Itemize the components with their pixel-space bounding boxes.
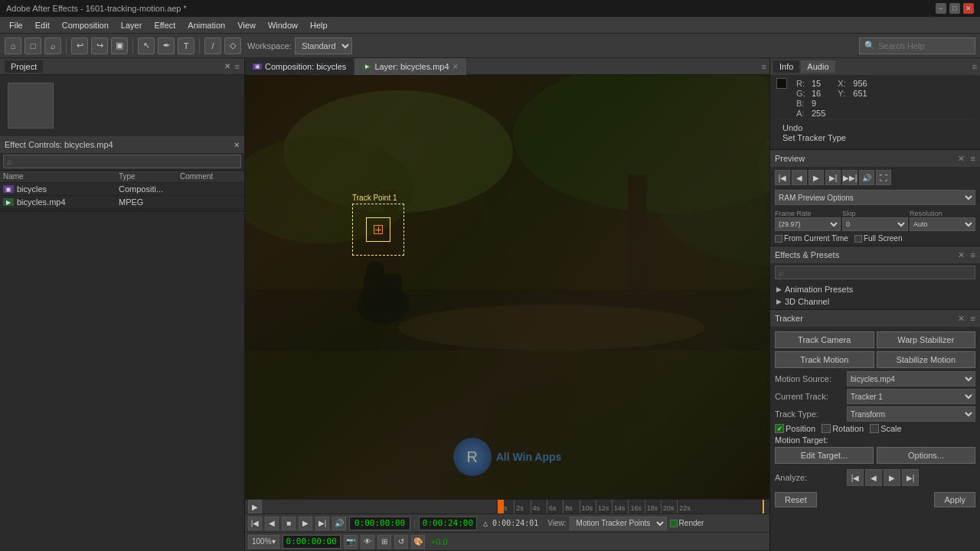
position-cb[interactable]: ✓: [775, 424, 784, 433]
menu-item-animation[interactable]: Animation: [181, 19, 231, 31]
project-panel-close[interactable]: ✕: [224, 62, 230, 70]
effects-item-animation-presets[interactable]: ▶ Animation Presets: [770, 283, 980, 295]
preview-audio-btn[interactable]: 🔊: [859, 170, 874, 185]
select-btn[interactable]: ↖: [138, 37, 155, 54]
scale-check[interactable]: Scale: [870, 424, 902, 433]
rotation-cb[interactable]: [822, 424, 831, 433]
bottom-time-display[interactable]: 0:00:00:00: [283, 535, 341, 549]
analyze-play-btn[interactable]: ▶: [884, 469, 900, 486]
tracker-menu[interactable]: ≡: [971, 314, 975, 323]
render-checkbox[interactable]: Render: [670, 519, 704, 527]
play-prev-btn[interactable]: ◀: [265, 517, 279, 530]
tracker-close[interactable]: ✕: [958, 314, 965, 324]
text-btn[interactable]: T: [178, 37, 194, 54]
effects-item-3d-channel[interactable]: ▶ 3D Channel: [770, 295, 980, 308]
camera-btn[interactable]: 📷: [344, 535, 358, 549]
new-btn[interactable]: □: [24, 37, 41, 54]
project-panel-menu[interactable]: ≡: [235, 62, 240, 71]
track-motion-btn[interactable]: Track Motion: [775, 351, 874, 368]
menu-item-window[interactable]: Window: [262, 19, 304, 31]
menu-item-layer[interactable]: Layer: [115, 19, 149, 31]
redo-btn[interactable]: ↪: [91, 37, 108, 54]
audio-btn[interactable]: 🔊: [332, 517, 346, 530]
preview-first-btn[interactable]: |◀: [775, 170, 790, 185]
undo-btn[interactable]: ↩: [71, 37, 88, 54]
preview-last-btn[interactable]: ▶▶|: [842, 170, 858, 185]
analyze-next-btn[interactable]: ▶|: [902, 469, 919, 486]
frame-rate-select[interactable]: (29.97): [775, 217, 841, 231]
comp-tab-bicycles[interactable]: ▣ Composition: bicycles: [245, 58, 354, 75]
layer-tab-close[interactable]: ✕: [452, 63, 459, 70]
file-item-surfing[interactable]: ▣ surfing Compositi...: [0, 209, 244, 210]
brush-btn[interactable]: /: [204, 37, 221, 54]
pen-btn[interactable]: ✒: [158, 37, 175, 54]
view-select[interactable]: Motion Tracker Points: [570, 517, 667, 530]
apply-btn[interactable]: Apply: [934, 492, 975, 507]
menu-item-view[interactable]: View: [231, 19, 262, 31]
menu-item-help[interactable]: Help: [304, 19, 334, 31]
motion-source-select[interactable]: bicycles.mp4: [847, 371, 975, 386]
reset-btn[interactable]: Reset: [775, 492, 817, 507]
scale-cb[interactable]: [870, 424, 879, 433]
effects-menu[interactable]: ≡: [971, 250, 975, 259]
maximize-button[interactable]: □: [949, 3, 960, 14]
stabilize-motion-btn[interactable]: Stabilize Motion: [877, 351, 976, 368]
render-cb[interactable]: [670, 520, 678, 527]
menu-item-edit[interactable]: Edit: [29, 19, 56, 31]
play-last-btn[interactable]: ▶|: [315, 517, 329, 530]
workspace-select[interactable]: Standard: [295, 37, 352, 54]
project-search-input[interactable]: [3, 155, 241, 168]
preview-fullscreen-btn[interactable]: ⛶: [876, 170, 891, 185]
warp-stabilizer-btn[interactable]: Warp Stabilizer: [877, 331, 976, 348]
file-item-bicycles[interactable]: ▣ bicycles Compositi...: [0, 183, 244, 196]
ruler-play-btn[interactable]: ▶: [248, 500, 262, 514]
effect-controls-close[interactable]: ✕: [234, 141, 240, 149]
analyze-first-btn[interactable]: |◀: [847, 469, 864, 486]
color-btn[interactable]: 🎨: [411, 535, 425, 549]
resolution-select[interactable]: Auto: [910, 217, 975, 231]
track-camera-btn[interactable]: Track Camera: [775, 331, 874, 348]
edit-target-btn[interactable]: Edit Target...: [775, 447, 874, 464]
viewer-zoom-btn[interactable]: 100% ▾: [248, 535, 279, 549]
shape-btn[interactable]: ◇: [224, 37, 241, 54]
render-btn[interactable]: ▣: [111, 37, 128, 54]
skip-select[interactable]: 0: [842, 217, 908, 231]
effects-close[interactable]: ✕: [958, 250, 965, 260]
grid-btn[interactable]: ⊞: [377, 535, 391, 549]
reset-btn[interactable]: ↺: [394, 535, 408, 549]
from-current-check[interactable]: From Current Time: [775, 234, 848, 243]
preview-prev-btn[interactable]: ◀: [792, 170, 807, 185]
preview-close[interactable]: ✕: [958, 154, 965, 164]
search-btn[interactable]: ⌕: [44, 37, 61, 54]
comp-tabs-menu[interactable]: ≡: [762, 62, 769, 71]
menu-item-file[interactable]: File: [3, 19, 29, 31]
full-screen-cb[interactable]: [854, 235, 862, 243]
info-tab-audio[interactable]: Audio: [801, 60, 835, 73]
current-track-select[interactable]: Tracker 1: [847, 389, 975, 404]
search-help-input[interactable]: [878, 41, 970, 51]
full-screen-check[interactable]: Full Screen: [854, 234, 903, 243]
options-btn[interactable]: Options...: [877, 447, 975, 464]
preview-play-btn[interactable]: ▶: [808, 170, 824, 185]
effects-search-input[interactable]: [775, 266, 975, 279]
home-btn[interactable]: ⌂: [5, 37, 21, 54]
position-check[interactable]: ✓ Position: [775, 424, 815, 433]
file-item-bicycles-mp4[interactable]: ▶ bicycles.mp4 MPEG: [0, 196, 244, 209]
preview-menu[interactable]: ≡: [971, 154, 975, 163]
ram-preview-select[interactable]: RAM Preview Options: [775, 190, 975, 205]
menu-item-composition[interactable]: Composition: [56, 19, 115, 31]
eye-btn[interactable]: 👁: [361, 535, 374, 549]
play-next-btn[interactable]: ▶: [299, 517, 312, 530]
from-current-cb[interactable]: [775, 235, 782, 243]
analyze-prev-btn[interactable]: ◀: [865, 469, 882, 486]
track-type-select[interactable]: Transform: [847, 406, 975, 422]
minimize-button[interactable]: −: [936, 3, 946, 14]
info-tab-info[interactable]: Info: [773, 60, 799, 73]
play-stop-btn[interactable]: ■: [282, 517, 296, 530]
menu-item-effect[interactable]: Effect: [148, 19, 181, 31]
close-button[interactable]: ✕: [963, 3, 974, 14]
current-time-display[interactable]: 0:00:00:00: [349, 517, 410, 530]
comp-tab-layer[interactable]: ▶ Layer: bicycles.mp4 ✕: [354, 58, 466, 75]
info-panel-menu[interactable]: ≡: [972, 62, 977, 71]
rotation-check[interactable]: Rotation: [822, 424, 864, 433]
